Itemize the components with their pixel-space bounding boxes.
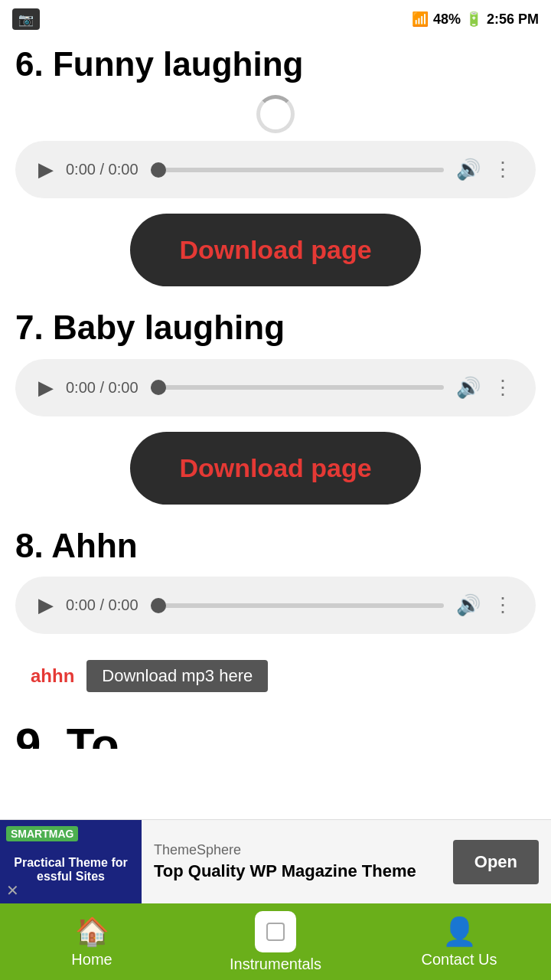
track-8-progress-bar[interactable]	[151, 603, 444, 608]
track-6-progress-dot	[151, 162, 166, 178]
track-6-time: 0:00 / 0:00	[66, 161, 139, 178]
ahhn-link-row: ahhn Download mp3 here	[15, 649, 536, 703]
track-7-section: 7. Baby laughing ▶ 0:00 / 0:00 🔊 ⋮ Downl…	[15, 309, 536, 504]
spinner-container	[15, 95, 536, 133]
loading-spinner	[256, 95, 295, 133]
battery-icon: 🔋	[465, 11, 482, 28]
time: 2:56 PM	[487, 11, 539, 28]
ad-close-icon[interactable]: ✕	[6, 881, 19, 900]
track-7-download-button[interactable]: Download page	[130, 432, 421, 505]
status-bar: 📷 📶 48% 🔋 2:56 PM	[0, 0, 551, 38]
track-8-section: 8. Ahhn ▶ 0:00 / 0:00 🔊 ⋮ ahhn Download …	[15, 528, 536, 703]
ahhn-download-mp3-button[interactable]: Download mp3 here	[86, 660, 268, 692]
track-6-volume-icon[interactable]: 🔊	[456, 158, 481, 181]
track-8-time: 0:00 / 0:00	[66, 596, 139, 614]
instrumentals-icon	[255, 911, 296, 952]
ad-brand-name: ThemeSphere	[154, 842, 441, 858]
track-7-title: 7. Baby laughing	[15, 309, 536, 346]
track-8-progress-dot	[151, 598, 166, 613]
track-6-more-icon[interactable]: ⋮	[493, 158, 513, 181]
track-8-play-button[interactable]: ▶	[38, 593, 54, 617]
nav-instrumentals-label: Instrumentals	[230, 956, 321, 973]
ad-banner: SMARTMAG Practical Theme for essful Site…	[0, 819, 551, 903]
track-7-progress-bar[interactable]	[151, 385, 444, 390]
track-7-play-button[interactable]: ▶	[38, 376, 54, 400]
ad-title: Top Quality WP Magazine Theme	[154, 861, 441, 881]
track-7-progress-dot	[151, 380, 166, 395]
network-icon: 📶	[412, 11, 429, 28]
main-content: 6. Funny laughing ▶ 0:00 / 0:00 🔊 ⋮ Down…	[0, 38, 551, 756]
track-6-title: 6. Funny laughing	[15, 46, 536, 83]
track-8-more-icon[interactable]: ⋮	[493, 593, 513, 617]
contact-icon: 👤	[442, 916, 477, 948]
ad-brand-badge: SMARTMAG	[6, 826, 78, 841]
nav-item-contact[interactable]: 👤 Contact Us	[367, 916, 551, 969]
track-7-player: ▶ 0:00 / 0:00 🔊 ⋮	[15, 359, 536, 416]
track-8-volume-icon[interactable]: 🔊	[456, 593, 481, 617]
track-7-time: 0:00 / 0:00	[66, 379, 139, 397]
track-7-volume-icon[interactable]: 🔊	[456, 376, 481, 400]
track-6-progress-bar[interactable]	[151, 168, 444, 172]
ad-content: ThemeSphere Top Quality WP Magazine Them…	[142, 835, 453, 889]
ad-image: SMARTMAG Practical Theme for essful Site…	[0, 820, 142, 904]
track-6-play-button[interactable]: ▶	[38, 158, 54, 181]
svg-rect-0	[267, 923, 284, 940]
next-track-partial: 9. To...	[15, 710, 536, 749]
track-6-section: 6. Funny laughing ▶ 0:00 / 0:00 🔊 ⋮ Down…	[15, 46, 536, 286]
battery-level: 48%	[433, 11, 461, 28]
bottom-nav: 🏠 Home Instrumentals 👤 Contact Us	[0, 903, 551, 980]
nav-item-instrumentals[interactable]: Instrumentals	[184, 911, 367, 973]
ahhn-text: ahhn	[31, 665, 74, 687]
nav-home-label: Home	[71, 951, 112, 969]
nav-item-home[interactable]: 🏠 Home	[0, 916, 184, 969]
status-right: 📶 48% 🔋 2:56 PM	[412, 11, 539, 28]
home-icon: 🏠	[75, 916, 109, 948]
track-6-download-button[interactable]: Download page	[130, 214, 421, 286]
ad-image-text: Practical Theme for essful Sites	[6, 856, 135, 884]
track-8-player: ▶ 0:00 / 0:00 🔊 ⋮	[15, 577, 536, 634]
ad-open-button[interactable]: Open	[453, 840, 539, 884]
camera-icon: 📷	[12, 8, 40, 30]
track-6-player: ▶ 0:00 / 0:00 🔊 ⋮	[15, 141, 536, 198]
track-8-title: 8. Ahhn	[15, 528, 536, 564]
track-7-more-icon[interactable]: ⋮	[493, 376, 513, 400]
nav-contact-label: Contact Us	[422, 951, 497, 969]
